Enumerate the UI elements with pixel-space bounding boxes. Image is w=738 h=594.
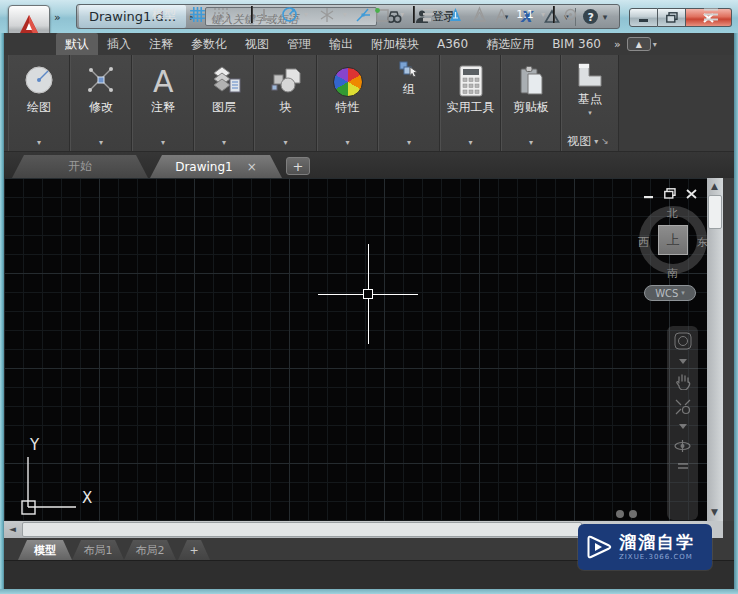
file-tab-drawing1[interactable]: Drawing1 × [150,155,282,178]
vertical-scrollbar[interactable]: ▲ ▼ [707,178,723,521]
viewcube-north-label[interactable]: 北 [667,206,678,221]
wcs-caret-icon: ▾ [681,289,685,297]
tab-a360[interactable]: A360 [428,33,477,55]
annotation-scale-icon-button[interactable] [491,4,511,25]
polar-caret-icon[interactable]: ▾ [300,4,312,25]
lineweight-button[interactable] [419,4,441,25]
vertical-scroll-thumb[interactable] [708,195,722,229]
wcs-button[interactable]: WCS ▾ [644,285,696,301]
navigation-wheel-icon[interactable] [674,332,692,350]
isolate-objects-button[interactable] [560,4,580,25]
drawing-restore-icon[interactable] [664,188,676,199]
autocad-window: Drawing1.d... ▸ 登录 ▾ X ▾ ? ▾ » [0,0,738,594]
tab-home[interactable]: 默认 [56,33,98,55]
isodraft-caret-icon[interactable]: ▾ [339,4,351,25]
minimize-button[interactable] [629,8,658,27]
tab-output[interactable]: 输出 [320,33,362,55]
tab-annotate[interactable]: 注释 [140,33,182,55]
panel-clipboard[interactable]: 剪贴板 ▾ [501,55,561,151]
viewcube-top-face[interactable]: 上 [658,225,688,255]
navbar-caret-icon[interactable] [679,359,687,364]
tab-insert[interactable]: 插入 [98,33,140,55]
grid-display-button[interactable] [186,4,208,25]
watermark-badge: 溜溜自学 zixue.3066.com [578,524,712,570]
add-layout-button[interactable]: + [178,540,210,560]
viewcube-south-label[interactable]: 南 [667,266,678,281]
ribbon-minimize-caret-icon[interactable]: ▾ [653,40,657,49]
panel-flyout-caret-icon[interactable]: ▾ [133,138,193,147]
annotation-scale-value[interactable]: 1:1 [513,4,537,25]
zoom-icon[interactable] [675,399,691,415]
tab-manage[interactable]: 管理 [278,33,320,55]
ribbon-minimize-button[interactable]: ▲ [627,37,651,51]
horizontal-scroll-thumb[interactable] [22,522,582,537]
panel-flyout-caret-icon[interactable]: ▾ [379,138,439,147]
panel-flyout-caret-icon[interactable]: ▾ [318,138,377,147]
viewcube-east-label[interactable]: 东 [697,235,707,250]
orbit-icon[interactable] [674,438,691,454]
view-panel-caret-icon[interactable]: ▾ [594,137,598,146]
isometric-drafting-button[interactable] [316,4,338,25]
block-icon [268,57,304,97]
panel-layers[interactable]: 图层 ▾ [194,55,254,151]
pan-hand-icon[interactable] [675,373,691,390]
object-snap-button[interactable] [371,4,393,25]
close-file-tab-icon[interactable]: × [247,160,257,174]
osnap-caret-icon[interactable]: ▾ [396,4,408,25]
basepoint-caret-icon[interactable]: ▾ [588,109,592,117]
tab-addins[interactable]: 附加模块 [362,33,428,55]
panel-view-footer[interactable]: 视图 ▾ ↘ [557,131,619,151]
snap-grid-icon [213,7,229,23]
polar-tracking-button[interactable] [278,4,300,25]
dialog-launcher-icon[interactable]: ↘ [601,136,609,146]
drawing-close-icon[interactable] [686,189,697,199]
scroll-left-icon[interactable]: ◄ [9,525,16,534]
tab-parametric[interactable]: 参数化 [182,33,236,55]
panel-properties[interactable]: 特性 ▾ [317,55,378,151]
scroll-down-icon[interactable]: ▼ [711,508,718,517]
tab-featured-apps[interactable]: 精选应用 [477,33,543,55]
help-icon[interactable]: ? [582,8,599,25]
navbar-caret-icon[interactable] [679,424,687,429]
panel-flyout-caret-icon[interactable]: ▾ [502,138,560,147]
panel-flyout-caret-icon[interactable]: ▾ [255,138,316,147]
status-divider [251,6,252,23]
status-model-button[interactable]: 模型 [146,4,182,25]
panel-groups[interactable]: 组 ▾ [378,55,440,151]
tab-bim360[interactable]: BIM 360 [543,33,610,55]
tab-view[interactable]: 视图 [236,33,278,55]
object-snap-tracking-button[interactable] [353,4,373,25]
snap-mode-button[interactable] [210,4,232,25]
annotation-visibility-button[interactable] [444,4,466,25]
navbar-menu-icon[interactable] [678,463,688,470]
annotation-scale-caret-icon[interactable]: ▾ [537,4,549,25]
layout-tab-layout1[interactable]: 布局1 [72,540,124,560]
panel-annotation[interactable]: A 注释 ▾ [132,55,194,151]
file-tab-start[interactable]: 开始 [12,155,148,178]
annotation-autoscale-button[interactable] [468,4,490,25]
new-drawing-tab-button[interactable]: + [286,157,310,175]
more-tabs-icon[interactable]: » [614,38,619,51]
layout-tab-layout2[interactable]: 布局2 [124,540,176,560]
drawing-canvas[interactable]: 北 西 东 南 上 WCS ▾ Y X [4,178,707,521]
ribbon-panels: 绘图 ▾ 修改 ▾ A 注释 ▾ 图层 ▾ [4,55,734,152]
panel-flyout-caret-icon[interactable]: ▾ [9,138,69,147]
panel-draw[interactable]: 绘图 ▾ [8,55,70,151]
scroll-up-icon[interactable]: ▲ [711,182,718,191]
customization-button[interactable] [699,4,723,25]
help-caret-icon[interactable]: ▾ [603,12,608,22]
snap-caret-icon[interactable]: ▾ [234,4,246,25]
layout-tab-model[interactable]: 模型 [18,540,72,560]
viewcube-west-label[interactable]: 西 [638,235,649,250]
panel-block[interactable]: 块 ▾ [254,55,317,151]
navigation-bar[interactable] [667,326,698,520]
qat-expand-icon[interactable]: » [54,11,59,24]
panel-flyout-caret-icon[interactable]: ▾ [441,138,500,147]
panel-modify[interactable]: 修改 ▾ [70,55,132,151]
drawing-minimize-icon[interactable] [644,189,654,199]
panel-flyout-caret-icon[interactable]: ▾ [195,138,253,147]
restore-button[interactable] [658,8,686,27]
ortho-mode-button[interactable] [257,4,279,25]
panel-utilities[interactable]: 实用工具 ▾ [440,55,501,151]
panel-flyout-caret-icon[interactable]: ▾ [71,138,131,147]
